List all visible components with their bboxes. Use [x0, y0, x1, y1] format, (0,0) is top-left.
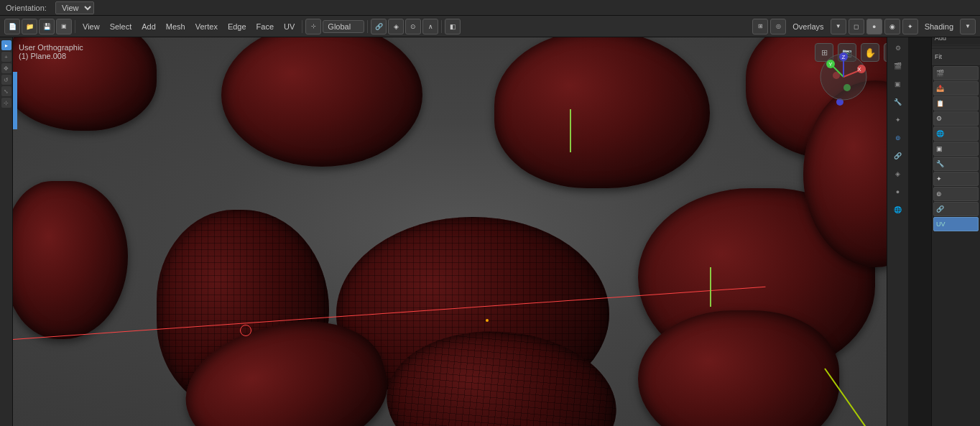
uv-props-btn[interactable]: UV	[933, 217, 979, 231]
render-output-btn[interactable]: 📤	[933, 81, 979, 96]
main-toolbar: 📄 📁 💾 ▣ View Select Add Mesh Vertex Edge…	[0, 16, 980, 37]
svg-text:Z: Z	[842, 54, 846, 60]
transform-mode-btn[interactable]: ⊹	[305, 19, 321, 34]
far-right-panel: Sce ⊞ 🔍 Add Fit 🎬 📤 📋 ⚙ 🌐 ▣ 🔧 ✦ ⊚ 🔗 UV	[931, 0, 980, 426]
particle-props-btn[interactable]: ✦	[933, 172, 979, 186]
sidebar-select-btn[interactable]: ▸	[1, 40, 11, 50]
select-menu[interactable]: Select	[106, 21, 137, 32]
modifier-props-btn[interactable]: 🔧	[933, 157, 979, 171]
sep1	[75, 20, 75, 33]
sep2	[302, 20, 302, 33]
vertex-menu[interactable]: Vertex	[191, 21, 222, 32]
shading-dropdown-btn[interactable]: ▼	[960, 19, 976, 34]
xray-btn[interactable]: ◧	[445, 19, 461, 34]
solid-shading-btn[interactable]: ●	[866, 19, 882, 34]
view-menu[interactable]: View	[78, 21, 104, 32]
sep4	[441, 20, 442, 33]
object-name-label: (1) Plane.008	[19, 52, 83, 60]
title-bar: Orientation: View	[0, 0, 980, 16]
pivot-btn[interactable]: ◈	[388, 19, 404, 34]
open-file-btn[interactable]: 📁	[22, 19, 37, 34]
viewport-tools-strip: ⚙ 🎬 ▣ 🔧 ✦ ⊚ 🔗 ◈ ● 🌐	[887, 37, 908, 426]
sep3	[367, 20, 368, 33]
constraint-props-btn[interactable]: 🔗	[933, 202, 979, 216]
view-type-label: User Orthographic	[19, 43, 83, 52]
svg-text:Y: Y	[828, 61, 833, 68]
wire-shading-btn[interactable]: ◻	[849, 19, 864, 34]
property-icons: 🎬 📤 📋 ⚙ 🌐 ▣ 🔧 ✦ ⊚ 🔗 UV	[932, 65, 980, 233]
sidebar-transform-btn[interactable]: ⊹	[1, 98, 11, 108]
edge-menu[interactable]: Edge	[223, 21, 251, 32]
render-btn[interactable]: ▣	[56, 19, 72, 34]
render-properties-btn[interactable]: 🎬	[890, 58, 906, 74]
render-mode-btn[interactable]: ◎	[770, 19, 786, 34]
scene-properties-btn[interactable]: ⚙	[890, 40, 906, 56]
overlay-icon[interactable]: ▼	[831, 19, 846, 34]
save-file-btn[interactable]: 💾	[39, 19, 55, 34]
viewport-3d[interactable]: User Orthographic (1) Plane.008	[13, 37, 908, 426]
uv-menu[interactable]: UV	[279, 21, 299, 32]
modifier-btn[interactable]: 🔧	[890, 94, 906, 110]
view-dropdown[interactable]: View	[55, 1, 94, 14]
scene-props-btn[interactable]: 🎬	[933, 66, 979, 80]
data-btn[interactable]: ◈	[890, 166, 906, 182]
shading-label-btn[interactable]: Shading	[920, 21, 958, 32]
overlays-btn[interactable]: Overlays	[788, 21, 828, 32]
axis-gizmo[interactable]: X Y Z	[818, 52, 869, 102]
green-axis-line-1	[570, 109, 571, 152]
panel-sep	[932, 47, 980, 47]
left-sidebar: ▸ + ✥ ↺ ⤡ ⊹	[0, 37, 13, 426]
world-btn[interactable]: 🌐	[890, 202, 906, 218]
view-layer-btn[interactable]: 📋	[933, 96, 979, 111]
render-shading-btn[interactable]: ✦	[902, 19, 918, 34]
world-props-btn[interactable]: 🌐	[933, 126, 979, 141]
properties-header: Fit	[932, 49, 980, 65]
sidebar-move-btn[interactable]: ✥	[1, 63, 11, 73]
sidebar-cursor-btn[interactable]: +	[1, 52, 11, 62]
particles-btn[interactable]: ✦	[890, 112, 906, 128]
origin-dot	[486, 319, 489, 322]
add-menu[interactable]: Add	[137, 21, 160, 32]
constraints-btn[interactable]: 🔗	[890, 148, 906, 164]
object-properties-btn[interactable]: ▣	[890, 76, 906, 92]
orientation-label: Orientation:	[6, 4, 47, 12]
material-shading-btn[interactable]: ◉	[884, 19, 900, 34]
sidebar-scale-btn[interactable]: ⤡	[1, 86, 11, 96]
blob-3	[494, 37, 710, 188]
green-axis-line-2	[710, 267, 711, 307]
svg-text:X: X	[857, 66, 861, 73]
mesh-menu[interactable]: Mesh	[162, 21, 190, 32]
snap-btn[interactable]: 🔗	[371, 19, 387, 34]
new-file-btn[interactable]: 📄	[4, 19, 20, 34]
viewport-shading-icon[interactable]: ⊞	[752, 19, 768, 34]
scene-props2-btn[interactable]: ⚙	[933, 111, 979, 126]
blue-selector	[13, 72, 17, 129]
phys-props-btn[interactable]: ⊚	[933, 187, 979, 201]
proportional-btn[interactable]: ⊙	[405, 19, 421, 34]
viewport-labels: User Orthographic (1) Plane.008	[19, 43, 83, 60]
falloff-btn[interactable]: ∧	[422, 19, 438, 34]
3d-cursor	[240, 325, 251, 336]
face-menu[interactable]: Face	[252, 21, 278, 32]
material-btn[interactable]: ●	[890, 184, 906, 200]
physics-btn[interactable]: ⊚	[890, 130, 906, 146]
obj-props-btn[interactable]: ▣	[933, 142, 979, 156]
sidebar-rotate-btn[interactable]: ↺	[1, 75, 11, 85]
transform-dropdown[interactable]: Global	[323, 20, 364, 33]
